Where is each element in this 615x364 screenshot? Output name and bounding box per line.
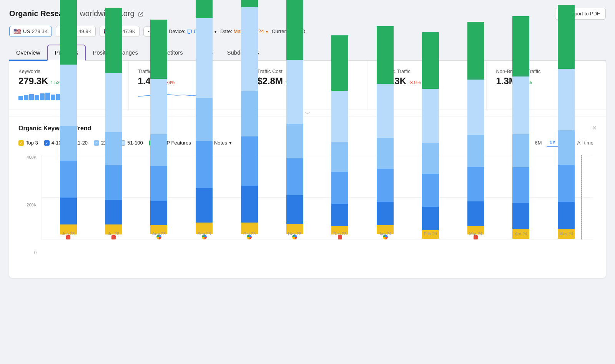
x-axis: Jun 23Jul 23Aug 23Sep 23Oct 23Nov 23Dec … [42, 228, 593, 239]
seg-b4_10 [512, 203, 529, 229]
bar-group-10 [509, 16, 532, 239]
count-us: 279.3K [32, 28, 48, 34]
seg-serp [422, 32, 439, 89]
seg-b51_100 [558, 69, 575, 130]
bar-5 [40, 93, 45, 100]
seg-b21_50 [105, 132, 122, 165]
bar-3 [29, 94, 34, 100]
trend-section: Organic Keywords Trend × ✓ Top 3 ✓ 4-10 … [9, 116, 606, 278]
x-label-4: Oct 23 [238, 231, 261, 236]
seg-b11_20 [241, 136, 258, 186]
svg-rect-0 [187, 30, 191, 33]
x-label-2: Aug 23 [147, 231, 170, 236]
seg-b21_50 [558, 130, 575, 165]
y-0: 0 [18, 250, 40, 255]
traffic-cost-value: $2.8M [257, 76, 283, 86]
bar-group-2 [147, 20, 170, 239]
legend-top3[interactable]: ✓ Top 3 [18, 140, 38, 146]
seg-b51_100 [196, 18, 213, 98]
date-chevron-icon: ▾ [266, 30, 268, 34]
bar-group-0 [57, 0, 80, 239]
seg-b51_100 [331, 91, 348, 142]
seg-b4_10 [60, 198, 77, 224]
y-200k: 200K [18, 203, 40, 207]
seg-b11_20 [377, 169, 394, 202]
x-label-5: Nov 23 [283, 231, 306, 236]
seg-b11_20 [512, 167, 529, 203]
seg-b51_100 [422, 89, 439, 143]
seg-b4_10 [286, 195, 303, 224]
seg-b11_20 [105, 165, 122, 200]
seg-b11_20 [558, 165, 575, 202]
4-10-checkbox: ✓ [44, 140, 50, 146]
seg-b11_20 [286, 158, 303, 195]
metric-traffic: Traffic 1.4M -0.34% [129, 61, 248, 110]
seg-serp [105, 8, 122, 73]
keywords-value: 279.3K [18, 76, 48, 86]
tab-overview[interactable]: Overview [9, 45, 47, 61]
seg-b21_50 [377, 138, 394, 169]
seg-b51_100 [105, 73, 122, 132]
chart-inner: Jun 23Jul 23Aug 23Sep 23Oct 23Nov 23Dec … [42, 155, 593, 239]
close-button[interactable]: × [592, 124, 597, 132]
bar-group-9 [464, 22, 487, 239]
monitor-icon [187, 29, 192, 34]
bar-1 [18, 96, 23, 100]
seg-b51_100 [286, 60, 303, 124]
seg-b21_50 [512, 134, 529, 167]
seg-b21_50 [467, 135, 484, 167]
external-link-icon [138, 12, 143, 17]
seg-b4_10 [377, 202, 394, 225]
bar-group-1 [102, 8, 125, 239]
trend-title: Organic Keywords Trend [18, 125, 91, 132]
seg-serp [60, 0, 77, 65]
seg-b11_20 [196, 141, 213, 188]
bar-4 [35, 95, 39, 100]
seg-serp [196, 0, 213, 18]
main-card: Keywords 279.3K 1.53% Traffic [9, 61, 606, 278]
21-50-checkbox: ✓ [94, 140, 99, 146]
seg-b4_10 [331, 204, 348, 226]
seg-serp [467, 22, 484, 80]
bar-group-3 [193, 0, 216, 239]
bar-group-4 [238, 0, 261, 239]
seg-b51_100 [467, 80, 484, 135]
seg-b51_100 [512, 76, 529, 134]
x-label-6: Dec 23 [328, 231, 351, 236]
seg-b4_10 [241, 186, 258, 223]
seg-b11_20 [467, 167, 484, 201]
seg-b21_50 [286, 124, 303, 158]
seg-b51_100 [60, 65, 77, 126]
seg-b21_50 [150, 134, 167, 166]
seg-serp [377, 26, 394, 84]
seg-b51_100 [377, 84, 394, 138]
cursor-line [581, 155, 582, 239]
bars-container [42, 155, 593, 239]
seg-b4_10 [196, 188, 213, 223]
seg-serp [331, 35, 348, 91]
seg-b21_50 [196, 98, 213, 141]
seg-b11_20 [422, 174, 439, 207]
seg-serp [512, 16, 529, 76]
y-axis: 400K 200K 0 [18, 155, 40, 255]
chart-area: 400K 200K 0 Jun 23Jul 23 [18, 155, 597, 270]
seg-b21_50 [60, 126, 77, 161]
time-6m[interactable]: 6M [532, 138, 545, 147]
country-code-us: US [23, 28, 30, 34]
seg-b4_10 [558, 202, 575, 229]
top3-checkbox: ✓ [18, 140, 24, 146]
bar-group-6 [328, 35, 351, 239]
bar-group-11 [555, 5, 578, 239]
seg-b11_20 [60, 161, 77, 198]
seg-b4_10 [467, 201, 484, 226]
flag-us: 🇺🇸 [13, 28, 21, 35]
country-us[interactable]: 🇺🇸 US 279.3K [9, 26, 52, 37]
seg-b11_20 [331, 172, 348, 204]
seg-b4_10 [150, 201, 167, 225]
bar-7 [51, 95, 55, 100]
metric-non-branded: Non-Branded Traffic 1.3M 0.49% [487, 61, 606, 110]
seg-serp [558, 5, 575, 69]
notes-chevron-icon: ▾ [229, 140, 232, 146]
bar-6 [45, 93, 50, 100]
count-au: 49.9K [78, 28, 91, 34]
